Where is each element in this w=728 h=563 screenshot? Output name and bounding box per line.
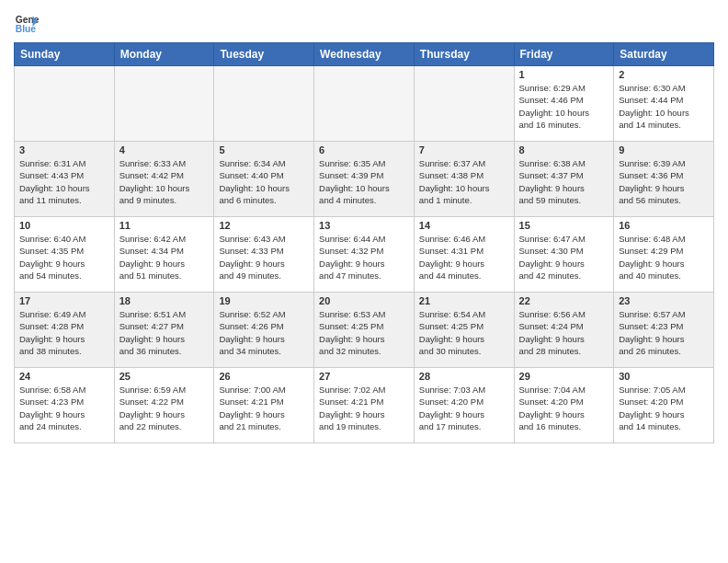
day-number: 2 bbox=[619, 69, 709, 80]
week-row-4: 24Sunrise: 6:58 AM Sunset: 4:23 PM Dayli… bbox=[15, 368, 714, 443]
day-info: Sunrise: 7:02 AM Sunset: 4:21 PM Dayligh… bbox=[319, 384, 409, 432]
day-info: Sunrise: 6:59 AM Sunset: 4:22 PM Dayligh… bbox=[119, 384, 210, 432]
day-info: Sunrise: 6:53 AM Sunset: 4:25 PM Dayligh… bbox=[319, 308, 409, 357]
day-cell: 28Sunrise: 7:03 AM Sunset: 4:20 PM Dayli… bbox=[414, 368, 514, 443]
day-cell: 3Sunrise: 6:31 AM Sunset: 4:43 PM Daylig… bbox=[15, 142, 115, 217]
day-number: 18 bbox=[119, 295, 210, 306]
day-info: Sunrise: 6:33 AM Sunset: 4:42 PM Dayligh… bbox=[119, 157, 210, 206]
day-cell: 13Sunrise: 6:44 AM Sunset: 4:32 PM Dayli… bbox=[314, 217, 415, 293]
weekday-header-thursday: Thursday bbox=[414, 43, 514, 66]
day-cell: 16Sunrise: 6:48 AM Sunset: 4:29 PM Dayli… bbox=[614, 217, 714, 293]
logo: General Blue bbox=[14, 9, 40, 35]
day-number: 11 bbox=[119, 220, 210, 231]
day-number: 5 bbox=[219, 144, 309, 155]
day-cell: 8Sunrise: 6:38 AM Sunset: 4:37 PM Daylig… bbox=[514, 142, 614, 217]
day-info: Sunrise: 6:37 AM Sunset: 4:38 PM Dayligh… bbox=[419, 157, 509, 206]
week-row-1: 3Sunrise: 6:31 AM Sunset: 4:43 PM Daylig… bbox=[15, 142, 714, 217]
day-cell: 22Sunrise: 6:56 AM Sunset: 4:24 PM Dayli… bbox=[514, 293, 614, 368]
day-number: 26 bbox=[219, 371, 309, 382]
calendar: SundayMondayTuesdayWednesdayThursdayFrid… bbox=[14, 42, 714, 443]
day-number: 7 bbox=[419, 144, 509, 155]
day-info: Sunrise: 6:38 AM Sunset: 4:37 PM Dayligh… bbox=[519, 157, 609, 206]
day-cell: 9Sunrise: 6:39 AM Sunset: 4:36 PM Daylig… bbox=[614, 142, 714, 217]
day-number: 20 bbox=[319, 295, 409, 306]
day-cell: 17Sunrise: 6:49 AM Sunset: 4:28 PM Dayli… bbox=[15, 293, 115, 368]
day-cell: 29Sunrise: 7:04 AM Sunset: 4:20 PM Dayli… bbox=[514, 368, 614, 443]
day-info: Sunrise: 6:48 AM Sunset: 4:29 PM Dayligh… bbox=[619, 233, 709, 282]
day-info: Sunrise: 6:56 AM Sunset: 4:24 PM Dayligh… bbox=[519, 308, 609, 357]
day-info: Sunrise: 6:40 AM Sunset: 4:35 PM Dayligh… bbox=[19, 233, 109, 282]
day-cell: 24Sunrise: 6:58 AM Sunset: 4:23 PM Dayli… bbox=[15, 368, 115, 443]
day-cell: 11Sunrise: 6:42 AM Sunset: 4:34 PM Dayli… bbox=[114, 217, 214, 293]
day-info: Sunrise: 6:54 AM Sunset: 4:25 PM Dayligh… bbox=[419, 308, 509, 357]
day-cell: 12Sunrise: 6:43 AM Sunset: 4:33 PM Dayli… bbox=[214, 217, 314, 293]
day-number: 17 bbox=[19, 295, 109, 306]
day-number: 6 bbox=[319, 144, 409, 155]
day-info: Sunrise: 6:39 AM Sunset: 4:36 PM Dayligh… bbox=[619, 157, 709, 206]
day-cell: 30Sunrise: 7:05 AM Sunset: 4:20 PM Dayli… bbox=[614, 368, 714, 443]
day-number: 22 bbox=[519, 295, 609, 306]
day-info: Sunrise: 6:57 AM Sunset: 4:23 PM Dayligh… bbox=[619, 308, 709, 357]
day-info: Sunrise: 6:49 AM Sunset: 4:28 PM Dayligh… bbox=[19, 308, 109, 357]
day-info: Sunrise: 6:34 AM Sunset: 4:40 PM Dayligh… bbox=[219, 157, 309, 206]
day-number: 24 bbox=[19, 371, 109, 382]
day-info: Sunrise: 6:44 AM Sunset: 4:32 PM Dayligh… bbox=[319, 233, 409, 282]
day-info: Sunrise: 6:42 AM Sunset: 4:34 PM Dayligh… bbox=[119, 233, 210, 282]
page: General Blue SundayMondayTuesdayWednesda… bbox=[0, 0, 728, 563]
day-cell: 21Sunrise: 6:54 AM Sunset: 4:25 PM Dayli… bbox=[414, 293, 514, 368]
day-info: Sunrise: 6:30 AM Sunset: 4:44 PM Dayligh… bbox=[619, 82, 709, 131]
day-cell: 20Sunrise: 6:53 AM Sunset: 4:25 PM Dayli… bbox=[314, 293, 415, 368]
day-number: 10 bbox=[19, 220, 109, 231]
day-info: Sunrise: 7:03 AM Sunset: 4:20 PM Dayligh… bbox=[419, 384, 509, 432]
day-number: 8 bbox=[519, 144, 609, 155]
weekday-header-sunday: Sunday bbox=[15, 43, 115, 66]
day-cell: 1Sunrise: 6:29 AM Sunset: 4:46 PM Daylig… bbox=[514, 66, 614, 142]
day-number: 30 bbox=[619, 371, 709, 382]
day-info: Sunrise: 6:47 AM Sunset: 4:30 PM Dayligh… bbox=[519, 233, 609, 282]
day-cell: 26Sunrise: 7:00 AM Sunset: 4:21 PM Dayli… bbox=[214, 368, 314, 443]
day-number: 4 bbox=[119, 144, 210, 155]
day-info: Sunrise: 6:31 AM Sunset: 4:43 PM Dayligh… bbox=[19, 157, 109, 206]
day-number: 28 bbox=[419, 371, 509, 382]
day-cell: 6Sunrise: 6:35 AM Sunset: 4:39 PM Daylig… bbox=[314, 142, 415, 217]
day-cell bbox=[15, 66, 115, 142]
day-number: 3 bbox=[19, 144, 109, 155]
day-number: 12 bbox=[219, 220, 309, 231]
day-number: 14 bbox=[419, 220, 509, 231]
day-cell bbox=[114, 66, 214, 142]
day-cell: 15Sunrise: 6:47 AM Sunset: 4:30 PM Dayli… bbox=[514, 217, 614, 293]
week-row-2: 10Sunrise: 6:40 AM Sunset: 4:35 PM Dayli… bbox=[15, 217, 714, 293]
day-cell: 23Sunrise: 6:57 AM Sunset: 4:23 PM Dayli… bbox=[614, 293, 714, 368]
day-number: 29 bbox=[519, 371, 609, 382]
day-number: 25 bbox=[119, 371, 210, 382]
day-cell: 4Sunrise: 6:33 AM Sunset: 4:42 PM Daylig… bbox=[114, 142, 214, 217]
day-number: 23 bbox=[619, 295, 709, 306]
day-number: 13 bbox=[319, 220, 409, 231]
day-info: Sunrise: 6:29 AM Sunset: 4:46 PM Dayligh… bbox=[519, 82, 609, 131]
day-number: 15 bbox=[519, 220, 609, 231]
day-info: Sunrise: 6:52 AM Sunset: 4:26 PM Dayligh… bbox=[219, 308, 309, 357]
day-info: Sunrise: 6:46 AM Sunset: 4:31 PM Dayligh… bbox=[419, 233, 509, 282]
day-number: 16 bbox=[619, 220, 709, 231]
weekday-header-tuesday: Tuesday bbox=[214, 43, 314, 66]
header: General Blue bbox=[14, 9, 714, 35]
week-row-3: 17Sunrise: 6:49 AM Sunset: 4:28 PM Dayli… bbox=[15, 293, 714, 368]
day-number: 1 bbox=[519, 69, 609, 80]
day-info: Sunrise: 7:04 AM Sunset: 4:20 PM Dayligh… bbox=[519, 384, 609, 432]
day-cell bbox=[414, 66, 514, 142]
day-info: Sunrise: 6:58 AM Sunset: 4:23 PM Dayligh… bbox=[19, 384, 109, 432]
day-cell: 27Sunrise: 7:02 AM Sunset: 4:21 PM Dayli… bbox=[314, 368, 415, 443]
day-info: Sunrise: 6:51 AM Sunset: 4:27 PM Dayligh… bbox=[119, 308, 210, 357]
weekday-header-wednesday: Wednesday bbox=[314, 43, 415, 66]
day-number: 21 bbox=[419, 295, 509, 306]
day-cell: 7Sunrise: 6:37 AM Sunset: 4:38 PM Daylig… bbox=[414, 142, 514, 217]
day-cell: 19Sunrise: 6:52 AM Sunset: 4:26 PM Dayli… bbox=[214, 293, 314, 368]
day-cell: 10Sunrise: 6:40 AM Sunset: 4:35 PM Dayli… bbox=[15, 217, 115, 293]
day-cell: 25Sunrise: 6:59 AM Sunset: 4:22 PM Dayli… bbox=[114, 368, 214, 443]
day-number: 27 bbox=[319, 371, 409, 382]
day-cell: 14Sunrise: 6:46 AM Sunset: 4:31 PM Dayli… bbox=[414, 217, 514, 293]
day-cell bbox=[214, 66, 314, 142]
day-info: Sunrise: 7:05 AM Sunset: 4:20 PM Dayligh… bbox=[619, 384, 709, 432]
day-cell bbox=[314, 66, 415, 142]
day-cell: 5Sunrise: 6:34 AM Sunset: 4:40 PM Daylig… bbox=[214, 142, 314, 217]
